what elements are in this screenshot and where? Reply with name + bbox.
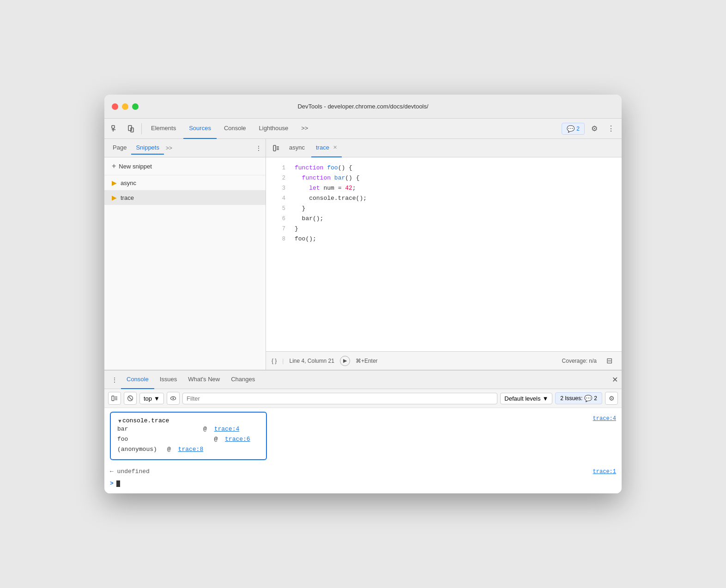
- sidebar-menu-button[interactable]: ⋮: [255, 144, 262, 152]
- trace-row-bar: bar @ trace:4: [117, 424, 260, 434]
- toolbar-right: 💬 2 ⚙ ⋮: [562, 122, 618, 136]
- coverage-label: Coverage: n/a: [562, 358, 597, 364]
- drawer-button[interactable]: ⊟: [602, 354, 616, 368]
- svg-rect-5: [273, 145, 276, 151]
- trace-link-anonymous[interactable]: trace:8: [178, 444, 204, 455]
- trace-file-ref[interactable]: trace:4: [593, 412, 616, 422]
- code-editor[interactable]: 1 function foo() { 2 function bar() { 3 …: [266, 157, 622, 351]
- dropdown-arrow-icon: ▼: [154, 395, 160, 402]
- svg-rect-9: [112, 396, 114, 401]
- snippet-item-async[interactable]: ▶ async: [104, 175, 266, 190]
- context-selector[interactable]: top ▼: [139, 393, 164, 404]
- title-bar: DevTools - developer.chrome.com/docs/dev…: [104, 95, 622, 119]
- more-menu-button[interactable]: ⋮: [604, 122, 618, 136]
- settings-button[interactable]: ⚙: [587, 122, 601, 136]
- console-settings-button[interactable]: ⚙: [605, 392, 618, 405]
- sidebar-toggle-button[interactable]: [108, 392, 121, 405]
- main-content: Page Snippets >> ⋮ + New snippet ▶ async…: [104, 139, 622, 370]
- console-input-row[interactable]: >: [110, 478, 616, 490]
- trace-link-foo[interactable]: trace:6: [225, 434, 250, 444]
- issues-count-badge[interactable]: 2 Issues: 💬 2: [555, 392, 602, 404]
- trace-group: ▼ console.trace bar @ trace:4 foo @ trac…: [110, 412, 267, 460]
- console-tab-whatsnew[interactable]: What's New: [182, 371, 225, 389]
- status-right: Coverage: n/a ⊟: [562, 354, 616, 368]
- console-tab-console[interactable]: Console: [121, 371, 154, 389]
- tab-lighthouse[interactable]: Lighthouse: [254, 119, 294, 139]
- clear-console-button[interactable]: [124, 392, 137, 405]
- svg-rect-4: [131, 128, 133, 132]
- code-line-7: 7 }: [266, 224, 622, 234]
- svg-line-14: [128, 396, 132, 400]
- code-line-1: 1 function foo() {: [266, 163, 622, 173]
- console-content: ▼ console.trace bar @ trace:4 foo @ trac…: [104, 408, 622, 493]
- sidebar: Page Snippets >> ⋮ + New snippet ▶ async…: [104, 139, 266, 370]
- code-line-8: 8 foo();: [266, 234, 622, 244]
- code-line-4: 4 console.trace();: [266, 193, 622, 204]
- snippet-icon-async: ▶: [112, 179, 117, 186]
- devtools-toolbar: Elements Sources Console Lighthouse >> 💬…: [104, 119, 622, 139]
- devtools-window: DevTools - developer.chrome.com/docs/dev…: [104, 95, 622, 493]
- cursor-position: Line 4, Column 21: [289, 358, 334, 364]
- maximize-button[interactable]: [132, 103, 139, 110]
- svg-rect-0: [112, 126, 115, 128]
- window-title: DevTools - developer.chrome.com/docs/dev…: [297, 103, 428, 110]
- new-snippet-button[interactable]: + New snippet: [104, 157, 266, 175]
- editor-status-bar: { } | Line 4, Column 21 ▶ ⌘+Enter Covera…: [266, 351, 622, 370]
- inspect-element-button[interactable]: [108, 122, 122, 136]
- console-menu-button[interactable]: ⋮: [108, 373, 121, 386]
- console-toolbar: top ▼ Default levels ▼ 2 Issues: 💬 2 ⚙: [104, 389, 622, 408]
- undefined-ref-link[interactable]: trace:1: [593, 467, 616, 477]
- format-button[interactable]: { }: [272, 358, 277, 364]
- code-line-3: 3 let num = 42;: [266, 183, 622, 193]
- tab-console[interactable]: Console: [218, 119, 252, 139]
- sidebar-tabs: Page Snippets >> ⋮: [104, 139, 266, 157]
- sidebar-tab-snippets[interactable]: Snippets: [131, 141, 164, 155]
- code-line-6: 6 bar();: [266, 214, 622, 224]
- trace-expand-icon[interactable]: ▼: [117, 418, 122, 424]
- console-prompt: >: [110, 479, 114, 489]
- editor-tab-trace[interactable]: trace ✕: [311, 139, 342, 157]
- trace-link-bar[interactable]: trace:4: [214, 424, 240, 434]
- console-output-undefined: ← undefined trace:1: [110, 466, 616, 478]
- editor-area: async trace ✕ 1 function foo() { 2 funct…: [266, 139, 622, 370]
- navigator-toggle-button[interactable]: [270, 142, 283, 155]
- sidebar-tab-page[interactable]: Page: [108, 141, 131, 155]
- log-levels-button[interactable]: Default levels ▼: [500, 393, 552, 404]
- levels-dropdown-icon: ▼: [542, 395, 548, 402]
- sidebar-more-button[interactable]: >>: [166, 145, 172, 151]
- minimize-button[interactable]: [122, 103, 128, 110]
- live-expressions-button[interactable]: [167, 392, 180, 405]
- filter-input[interactable]: [182, 393, 497, 404]
- trace-row-anonymous: (anonymous) @ trace:8: [117, 444, 260, 455]
- trace-row-foo: foo @ trace:6: [117, 434, 260, 444]
- issues-badge-button[interactable]: 💬 2: [562, 123, 585, 135]
- console-tab-issues[interactable]: Issues: [154, 371, 183, 389]
- editor-tab-close-button[interactable]: ✕: [333, 144, 337, 150]
- tab-more[interactable]: >>: [296, 119, 314, 139]
- code-line-5: 5 }: [266, 204, 622, 214]
- console-section: ⋮ Console Issues What's New Changes ✕: [104, 370, 622, 493]
- tab-sources[interactable]: Sources: [183, 119, 217, 139]
- editor-tab-async[interactable]: async: [284, 139, 309, 157]
- close-button[interactable]: [112, 103, 118, 110]
- traffic-lights: [112, 103, 139, 110]
- run-shortcut: ⌘+Enter: [356, 358, 378, 364]
- svg-point-16: [172, 398, 174, 399]
- device-toolbar-button[interactable]: [124, 122, 138, 136]
- plus-icon: +: [112, 162, 116, 170]
- editor-tabs: async trace ✕: [266, 139, 622, 157]
- run-button[interactable]: ▶: [340, 356, 350, 366]
- snippet-icon-trace: ▶: [112, 194, 117, 201]
- tab-elements[interactable]: Elements: [145, 119, 182, 139]
- trace-header: ▼ console.trace: [117, 417, 260, 424]
- snippet-item-trace[interactable]: ▶ trace: [104, 190, 266, 205]
- console-tabs: ⋮ Console Issues What's New Changes ✕: [104, 371, 622, 389]
- toolbar-divider: [141, 123, 142, 134]
- console-close-button[interactable]: ✕: [612, 375, 618, 384]
- console-cursor: [116, 480, 120, 487]
- console-tab-changes[interactable]: Changes: [225, 371, 260, 389]
- code-line-2: 2 function bar() {: [266, 173, 622, 183]
